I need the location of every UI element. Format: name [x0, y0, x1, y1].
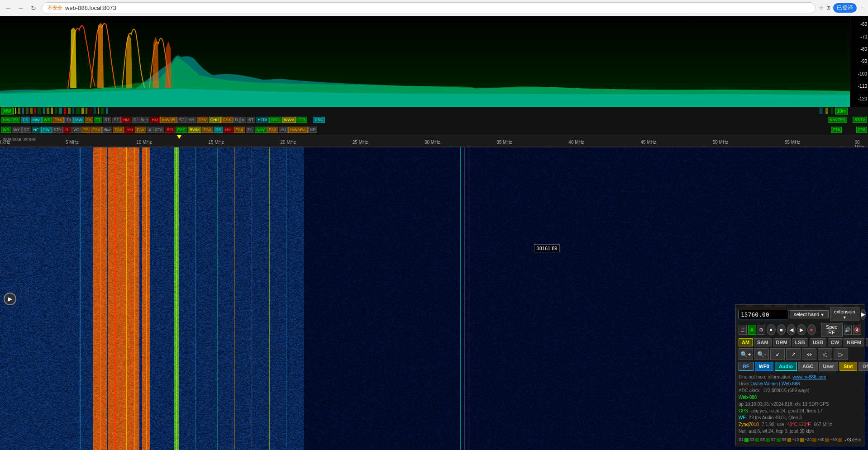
func-off[interactable]: Off — [858, 362, 868, 371]
zoom-fit-btn[interactable]: ↙ — [770, 348, 785, 360]
rec-ctrl[interactable]: ● — [807, 324, 816, 335]
svc-wwv[interactable]: WWV — [282, 117, 296, 123]
svc-chu[interactable]: CHU — [209, 117, 221, 123]
svc-fa[interactable]: FA — [85, 117, 93, 123]
func-user[interactable]: User — [819, 362, 838, 371]
owner-admin-link[interactable]: Owner/Admin — [750, 381, 778, 386]
svc2-4[interactable]: 4 — [147, 127, 153, 133]
bookmark-icon[interactable]: ☆ — [819, 5, 824, 11]
svc-my[interactable]: MY — [186, 117, 196, 123]
svc2-nav[interactable]: NAV — [255, 127, 267, 133]
svc2-hm2[interactable]: HM — [224, 127, 234, 133]
prev-ctrl[interactable]: ◀ — [787, 324, 796, 335]
svc-sstv[interactable]: SSTV — [853, 117, 867, 123]
center-btn[interactable]: ⇔ — [802, 348, 816, 360]
stream-play-button[interactable]: ▶ — [861, 309, 866, 320]
svc-mw2[interactable]: MW — [73, 117, 84, 123]
svc2-za[interactable]: ZA — [246, 127, 255, 133]
mute-icon[interactable]: 🔇 — [853, 325, 861, 335]
zoom-out-btn[interactable]: 🔍- — [754, 348, 769, 360]
svc-fax1[interactable]: FAX — [52, 117, 64, 123]
band-mw[interactable]: MW — [1, 108, 14, 114]
svc2-sta[interactable]: STA — [52, 127, 63, 133]
extensions-icon[interactable]: ⊞ — [826, 5, 830, 11]
spectrum-area[interactable]: -60 -70 -80 -90 -100 -110 -120 — [0, 16, 868, 107]
svc2-au[interactable]: AU — [279, 127, 288, 133]
svc-sup[interactable]: Sup — [138, 117, 149, 123]
func-audio[interactable]: Audio — [775, 362, 797, 371]
band-10m[interactable]: 10m — [835, 108, 848, 114]
waterfall-area[interactable]: ▶ 38161.89 select band extensi — [0, 147, 868, 450]
auto-btn[interactable]: A — [748, 325, 756, 335]
zoom-expand-btn[interactable]: ↗ — [786, 348, 801, 360]
svc-ft8[interactable]: FT8 — [296, 117, 307, 123]
play-ctrl-1[interactable]: ● — [767, 324, 775, 335]
svc2-cw[interactable]: CW — [41, 127, 52, 133]
spec-rf-button[interactable]: Spec RF — [821, 323, 843, 336]
mode-lsb[interactable]: LSB — [792, 338, 808, 346]
svc2-fax6[interactable]: FAX — [267, 127, 278, 133]
settings-ctrl-icon[interactable]: ⚙ — [758, 325, 766, 335]
svc-dsc2[interactable]: DSC — [313, 117, 325, 123]
svc-ft[interactable]: FT — [94, 117, 102, 123]
svc-fax2[interactable]: FAX — [197, 117, 208, 123]
svc-navtex1[interactable]: NAVTEX — [1, 117, 20, 123]
svc-ws[interactable]: WS — [42, 117, 52, 123]
svc2-fa[interactable]: FA — [81, 127, 90, 133]
svc2-fax2[interactable]: FAX — [113, 127, 124, 133]
mode-drm[interactable]: DRM — [773, 338, 791, 346]
menu-icon[interactable]: ⋮ — [859, 5, 864, 11]
play-button[interactable]: ▶ — [4, 293, 16, 305]
svc2-ws[interactable]: WS — [1, 127, 11, 133]
audio-out-icon[interactable]: 🔊 — [844, 325, 852, 335]
svc2-r[interactable]: R. — [63, 127, 71, 133]
svc-hm1[interactable]: HM — [121, 117, 131, 123]
stop-ctrl[interactable]: ■ — [777, 324, 786, 335]
mode-am[interactable]: AM — [739, 338, 753, 346]
svc2-hf[interactable]: HF — [32, 127, 41, 133]
web888-link[interactable]: Web-888 — [782, 381, 800, 386]
svc2-pac[interactable]: PAC — [176, 127, 187, 133]
svc2-np[interactable]: NP — [308, 127, 318, 133]
svc-st1[interactable]: ST — [103, 117, 112, 123]
svc-mw[interactable]: MW — [31, 117, 42, 123]
back-button[interactable]: ← — [4, 4, 13, 13]
svc2-rwm[interactable]: RWM — [188, 127, 201, 133]
extension-button[interactable]: extension — [830, 308, 859, 321]
svc-d[interactable]: D — [233, 117, 240, 123]
svc2-ft8b[interactable]: FT8 — [856, 127, 867, 133]
svc-dsc1[interactable]: DSC — [269, 117, 281, 123]
svc2-vo[interactable]: VO — [72, 127, 81, 133]
zoom-in-btn[interactable]: 🔍+ — [739, 348, 753, 360]
svc-st3[interactable]: ST — [177, 117, 186, 123]
func-agc[interactable]: AGC — [798, 362, 817, 371]
svc2-fax5[interactable]: FAX — [234, 127, 245, 133]
svc2-st[interactable]: ST — [22, 127, 31, 133]
svc2-fax3[interactable]: FAX — [135, 127, 146, 133]
svc-ds[interactable]: DS — [21, 117, 30, 123]
scroll-left-btn[interactable]: ◁ — [818, 348, 832, 360]
svc2-hm[interactable]: HM — [124, 127, 134, 133]
mode-cw[interactable]: CW — [828, 338, 842, 346]
svc-hm2[interactable]: HM — [150, 117, 160, 123]
svc-mwar[interactable]: MWAR — [160, 117, 176, 123]
func-wf0[interactable]: WF0 — [755, 362, 773, 371]
svc2-ds[interactable]: DS — [214, 127, 223, 133]
freq-ruler[interactable]: database: stored 0 kHz 5 MHz 10 MHz 15 M… — [0, 135, 868, 147]
svc-navtex2[interactable]: NAVTEX — [828, 117, 847, 123]
reload-button[interactable]: ↻ — [29, 4, 38, 13]
svc2-sta2[interactable]: STA — [153, 127, 164, 133]
svc-th[interactable]: Th — [64, 117, 73, 123]
svc2-ft8a[interactable]: FT8 — [831, 127, 842, 133]
next-ctrl[interactable]: ▶ — [797, 324, 806, 335]
func-stat[interactable]: Stat — [839, 362, 857, 371]
svc2-rfi[interactable]: RFI — [165, 127, 175, 133]
svc-n[interactable]: n — [240, 117, 246, 123]
func-rf[interactable]: RF — [739, 362, 754, 371]
mode-nbfm[interactable]: NBFM — [844, 338, 864, 346]
mode-iq[interactable]: IQ — [866, 338, 868, 346]
svc2-fax1[interactable]: FAX — [91, 127, 102, 133]
svc-c[interactable]: C — [132, 117, 138, 123]
forward-button[interactable]: → — [16, 4, 25, 13]
svc-hfdi[interactable]: HFDI — [256, 117, 269, 123]
